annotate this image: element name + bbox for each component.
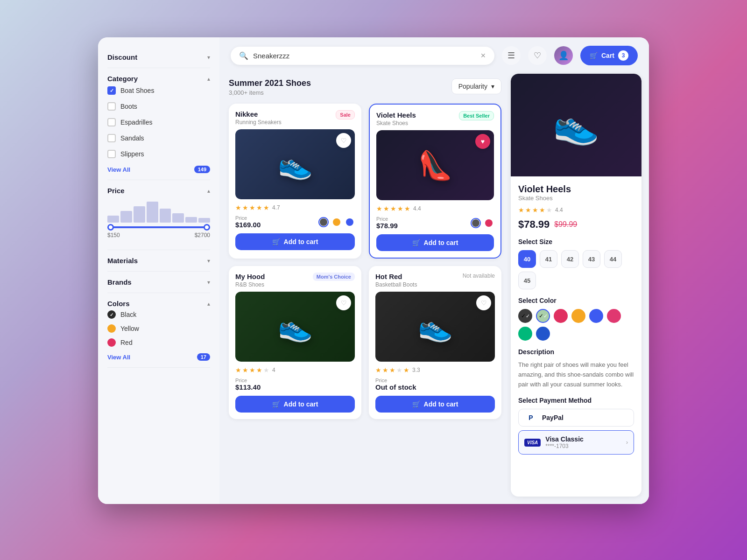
product-color-dot-1[interactable] xyxy=(331,217,342,227)
price-slider-track xyxy=(107,226,210,228)
category-checkbox-2[interactable] xyxy=(107,118,116,126)
product-color-dot-2[interactable] xyxy=(345,217,355,227)
detail-color-option-5[interactable] xyxy=(607,309,621,323)
payment-option-visa[interactable]: VISA Visa Classic ****-1703 › xyxy=(518,430,634,455)
product-color-dot-0[interactable] xyxy=(318,217,329,227)
colors-title: Colors xyxy=(107,300,130,308)
category-view-all-link[interactable]: View All xyxy=(107,166,130,173)
sidebar: Discount ▾ Category ▴ Boat ShoesBootsEsp… xyxy=(98,37,219,504)
price-slider-min-thumb[interactable] xyxy=(107,224,114,231)
product-price-label-0: Price xyxy=(235,215,261,221)
color-item-0[interactable]: Black xyxy=(107,308,210,322)
avatar[interactable]: 👤 xyxy=(554,46,573,65)
color-swatch-0[interactable] xyxy=(107,310,116,319)
cart-icon-1: 🛒 xyxy=(412,239,420,246)
discount-header[interactable]: Discount ▾ xyxy=(107,53,210,61)
payment-detail-1: ****-1703 xyxy=(545,443,583,449)
product-name-block-3: Hot Red Basketball Boots xyxy=(375,273,417,288)
brands-header[interactable]: Brands ▾ xyxy=(107,278,210,286)
cart-button[interactable]: 🛒 Cart 3 xyxy=(580,46,638,65)
search-clear-icon[interactable]: ✕ xyxy=(480,52,486,59)
price-range: $150 $2700 xyxy=(107,195,210,243)
materials-header[interactable]: Materials ▾ xyxy=(107,257,210,265)
product-price-block-2: Price $113.40 xyxy=(235,378,261,391)
detail-color-option-0[interactable]: ✓ xyxy=(518,309,532,323)
product-name-2: My Hood xyxy=(235,273,265,280)
hist-bar-6 xyxy=(172,213,184,223)
detail-star-4: ★ xyxy=(539,206,545,214)
category-checkbox-3[interactable] xyxy=(107,134,116,142)
product-price-label-1: Price xyxy=(376,216,398,222)
detail-color-option-3[interactable] xyxy=(571,309,585,323)
listing-title: Summer 2021 Shoes xyxy=(229,78,311,88)
wishlist-icon-btn[interactable]: ♡ xyxy=(528,46,547,65)
cart-label: Cart xyxy=(601,52,614,59)
product-subtitle-3: Basketball Boots xyxy=(375,281,417,288)
hist-bar-1 xyxy=(107,216,119,223)
product-footer-1: Price $78.99 xyxy=(376,216,494,230)
color-item-1[interactable]: Yellow xyxy=(107,322,210,336)
add-to-cart-btn-2[interactable]: 🛒 Add to cart xyxy=(235,396,355,413)
wishlist-btn-0[interactable]: ♡ xyxy=(336,133,351,148)
color-item-2[interactable]: Red xyxy=(107,336,210,350)
color-swatch-1[interactable] xyxy=(107,324,116,333)
payment-options: P PayPal VISA Visa Classic ****-1703 › xyxy=(518,409,634,455)
wishlist-btn-1[interactable]: ♥ xyxy=(475,134,490,149)
size-btn-40[interactable]: 40 xyxy=(518,250,536,268)
wishlist-btn-2[interactable]: ♡ xyxy=(336,295,351,310)
product-card-0[interactable]: Nikkee Running Sneakers Sale 👟 ♡ ★★★★★ 4… xyxy=(229,104,361,259)
price-max-label: $2700 xyxy=(195,232,210,238)
color-swatch-2[interactable] xyxy=(107,338,116,347)
product-color-dot-0[interactable] xyxy=(471,218,481,228)
size-btn-43[interactable]: 43 xyxy=(583,250,600,268)
wishlist-btn-3[interactable]: ♡ xyxy=(476,295,491,310)
add-to-cart-label-0: Add to cart xyxy=(284,238,318,245)
product-card-2[interactable]: My Hood R&B Shoes Mom's Choice 👟 ♡ ★★★★★… xyxy=(229,266,361,419)
product-price-value-2: $113.40 xyxy=(235,383,261,391)
main-content: 🔍 ✕ ☰ ♡ 👤 🛒 Cart 3 xyxy=(219,37,649,504)
price-slider-max-thumb[interactable] xyxy=(204,224,210,231)
menu-icon-btn[interactable]: ☰ xyxy=(502,46,521,65)
cart-icon-3: 🛒 xyxy=(412,400,420,408)
detail-content: Violet Heels Skate Shoes ★ ★ ★ ★ ★ 4.4 $… xyxy=(511,176,641,466)
add-to-cart-btn-1[interactable]: 🛒 Add to cart xyxy=(376,234,494,251)
size-btn-41[interactable]: 41 xyxy=(540,250,557,268)
price-header[interactable]: Price ▴ xyxy=(107,187,210,195)
detail-color-option-4[interactable] xyxy=(589,309,603,323)
category-item-1[interactable]: Boots xyxy=(107,98,210,114)
category-checkbox-4[interactable] xyxy=(107,150,116,158)
discount-section: Discount ▾ xyxy=(107,47,210,68)
product-color-dot-1[interactable] xyxy=(484,218,494,228)
product-card-1[interactable]: Violet Heels Skate Shoes Best Seller 👠 ♥… xyxy=(369,104,501,259)
category-title: Category xyxy=(107,75,138,83)
category-item-2[interactable]: Espadrilles xyxy=(107,114,210,130)
category-item-4[interactable]: Slippers xyxy=(107,146,210,162)
payment-option-paypal[interactable]: P PayPal xyxy=(518,409,634,427)
badge-sale: Sale xyxy=(336,110,355,119)
search-input[interactable] xyxy=(253,52,476,60)
category-item-3[interactable]: Sandals xyxy=(107,130,210,146)
category-item-0[interactable]: Boat Shoes xyxy=(107,83,210,98)
detail-color-option-1[interactable]: ✓ xyxy=(536,309,550,323)
brands-title: Brands xyxy=(107,278,132,286)
category-checkbox-0[interactable] xyxy=(107,86,116,95)
detail-color-option-2[interactable] xyxy=(554,309,568,323)
star-3: ★ xyxy=(256,204,262,211)
product-card-3[interactable]: Hot Red Basketball Boots Not available 👟… xyxy=(369,266,501,419)
sort-dropdown[interactable]: Popularity ▾ xyxy=(451,78,501,94)
size-btn-44[interactable]: 44 xyxy=(604,250,622,268)
detail-color-option-6[interactable] xyxy=(518,327,532,341)
product-rating-0: 4.7 xyxy=(272,204,280,211)
add-to-cart-btn-3[interactable]: 🛒 Add to cart xyxy=(375,396,495,413)
detail-color-option-7[interactable] xyxy=(536,327,550,341)
category-checkbox-1[interactable] xyxy=(107,102,116,111)
colors-header[interactable]: Colors ▴ xyxy=(107,300,210,308)
colors-view-all-link[interactable]: View All xyxy=(107,354,130,361)
size-btn-42[interactable]: 42 xyxy=(561,250,579,268)
size-btn-45[interactable]: 45 xyxy=(518,272,536,289)
product-color-dots xyxy=(471,218,494,228)
star-4: ★ xyxy=(263,366,269,374)
cart-icon-2: 🛒 xyxy=(272,400,280,408)
category-header[interactable]: Category ▴ xyxy=(107,75,210,83)
add-to-cart-btn-0[interactable]: 🛒 Add to cart xyxy=(235,233,355,250)
